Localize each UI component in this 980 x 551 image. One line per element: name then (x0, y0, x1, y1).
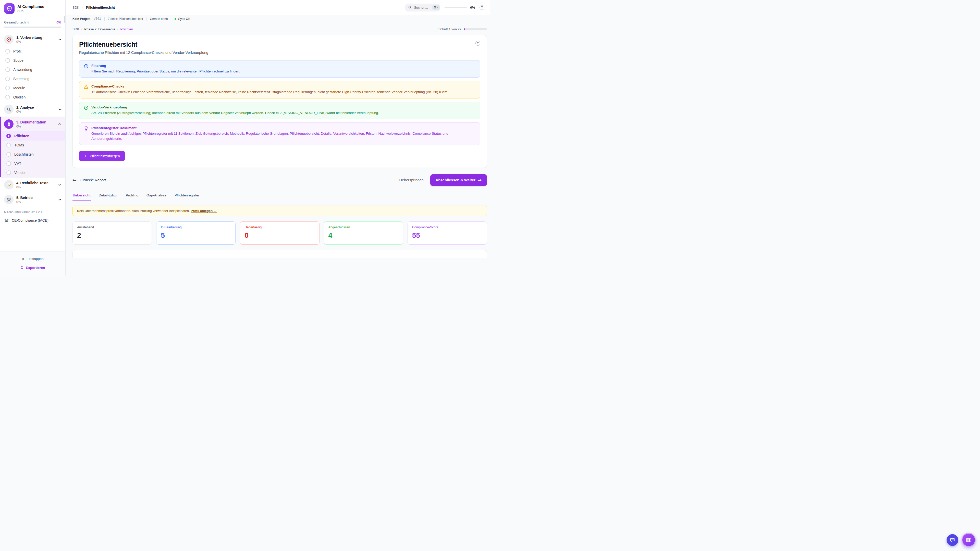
nav-section-dokumentation: 3. Dokumentation 0% Pflichten TOMs Lösch… (0, 117, 65, 177)
tab-gap-analyse[interactable]: Gap-Analyse (146, 193, 167, 201)
sidebar-item-pflichten[interactable]: Pflichten (1, 131, 65, 141)
profile-warning-banner: Kein Unternehmensprofil vorhanden. Auto-… (73, 206, 487, 216)
sidebar-scrollbar[interactable] (64, 16, 65, 23)
search-input[interactable] (414, 6, 430, 10)
export-button[interactable]: ↥ Exportieren (3, 263, 62, 272)
tab-profiling[interactable]: Profiling (126, 193, 138, 201)
success-box-vendor: Vendor-Verknuepfung Art.-28-Pflichten (A… (79, 102, 480, 119)
sidebar-item-vendor[interactable]: Vendor (1, 168, 65, 177)
header-progress-value: 0% (470, 6, 475, 10)
nav-section-header-dokumentation[interactable]: 3. Dokumentation 0% (1, 117, 65, 131)
sidebar-item-quellen[interactable]: Quellen (0, 93, 65, 102)
stats-row: Ausstehend 2 In Bearbeitung 5 Ueberfaell… (73, 221, 487, 245)
radio-icon (5, 58, 10, 63)
magnifier-icon (4, 105, 14, 114)
project-name: Kein Projekt (73, 17, 90, 21)
sidebar-item-scope[interactable]: Scope (0, 56, 65, 65)
app-title: AI Compliance (18, 4, 45, 9)
nav-section-header-rechtliche-texte[interactable]: 4. Rechtliche Texte 0% (0, 178, 65, 192)
arrow-left-icon: ← (73, 177, 76, 183)
overall-progress-label: Gesamtfortschritt (4, 21, 29, 24)
header-breadcrumb-root[interactable]: SDK (73, 6, 80, 10)
lightbulb-icon (84, 126, 89, 131)
app-logo-row: AI Compliance SDK (0, 0, 65, 17)
sidebar-item-anwendung[interactable]: Anwendung (0, 65, 65, 74)
step-progress-bar (464, 28, 487, 30)
overall-progress-value: 0% (56, 21, 61, 24)
pflichten-card: Pflichtenuebersicht ? Regulatorische Pfl… (73, 35, 487, 168)
radio-icon (6, 161, 11, 166)
search-box[interactable]: ⌘K (405, 3, 440, 11)
radio-icon (5, 49, 10, 54)
top-header: SDK › Pflichtenübersicht ⌘K 0% ? (65, 0, 490, 15)
clipboard-icon (4, 119, 14, 129)
breadcrumb-phase[interactable]: Phase 2: Dokumente (84, 27, 115, 31)
back-button[interactable]: ← Zurueck: Report (73, 177, 106, 183)
help-icon[interactable]: ? (479, 5, 484, 10)
nav-section-header-analyse[interactable]: 2. Analyse 0% (0, 102, 65, 117)
search-shortcut-badge: ⌘K (432, 5, 440, 10)
radio-icon (5, 67, 10, 72)
chevron-right-icon: › (82, 5, 83, 10)
chevron-down-icon (58, 107, 62, 111)
card-help-icon[interactable]: ? (476, 41, 480, 46)
plus-icon: + (84, 154, 87, 159)
nav-section-rechtliche-texte: 4. Rechtliche Texte 0% (0, 177, 65, 192)
sidebar-item-module[interactable]: Module (0, 83, 65, 93)
tip-box-pflichtenregister: Pflichtenregister-Dokument Generieren Si… (79, 122, 480, 145)
sidebar: AI Compliance SDK Gesamtfortschritt 0% 1… (0, 0, 65, 275)
sidebar-item-ce-compliance[interactable]: CE-Compliance (IACE) (0, 215, 65, 226)
sidebar-item-vvt[interactable]: VVT (1, 159, 65, 168)
target-icon (4, 35, 14, 44)
sidebar-item-profil[interactable]: Profil (0, 47, 65, 56)
breadcrumb-current: Pflichten (120, 27, 133, 31)
warning-box-compliance-checks: Compliance-Checks 12 automatische Checks… (79, 81, 480, 98)
memo-icon (4, 180, 14, 189)
app-logo (4, 3, 14, 14)
chevron-up-icon (58, 38, 62, 41)
nav-section-header-vorbereitung[interactable]: 1. Vorbereitung 0% (0, 32, 65, 47)
stat-card-ueberfaellig: Ueberfaellig 0 (240, 221, 319, 245)
last-saved-time: Gerade eben (150, 17, 168, 21)
radio-icon (6, 152, 11, 157)
sidebar-item-screening[interactable]: Screening (0, 74, 65, 83)
page-title: Pflichtenuebersicht (79, 41, 137, 48)
status-bar: Kein Projekt V001 Zuletzt: Pflichtenüber… (65, 15, 490, 23)
stat-card-ausstehend: Ausstehend 2 (73, 221, 152, 245)
chevron-down-icon (58, 183, 62, 187)
sidebar-item-loeschfristen[interactable]: Löschfristen (1, 150, 65, 159)
sync-status-dot (175, 18, 177, 20)
nav-section-betrieb: 5. Betrieb 0% (0, 192, 65, 207)
skip-button[interactable]: Ueberspringen (399, 178, 424, 182)
page-breadcrumb: SDK / Phase 2: Dokumente / Pflichten Sch… (73, 27, 487, 31)
last-visited: Zuletzt: Pflichtenübersicht (108, 17, 143, 21)
stat-card-compliance-score: Compliance-Score 55 (407, 221, 487, 245)
nav-section-analyse: 2. Analyse 0% (0, 102, 65, 117)
header-breadcrumb-current: Pflichtenübersicht (86, 6, 115, 10)
overall-progress-bar (4, 27, 61, 28)
radio-icon (5, 95, 10, 100)
radio-icon (5, 76, 10, 81)
step-indicator: Schritt 1 von 22 (438, 27, 461, 31)
info-icon (84, 64, 89, 68)
tab-detail-editor[interactable]: Detail-Editor (99, 193, 118, 201)
main-content: SDK / Phase 2: Dokumente / Pflichten Sch… (65, 23, 490, 275)
sidebar-nav: 1. Vorbereitung 0% Profil Scope Anwendun… (0, 32, 65, 251)
breadcrumb-sdk[interactable]: SDK (73, 27, 80, 31)
gear-icon (4, 195, 14, 204)
version-tag: V001 (94, 17, 101, 21)
nav-section-header-betrieb[interactable]: 5. Betrieb 0% (0, 192, 65, 207)
radio-icon (5, 86, 10, 90)
tab-pflichtenregister[interactable]: Pflichtenregister (174, 193, 200, 201)
collapse-sidebar-button[interactable]: « Einklappen (3, 254, 62, 263)
collapse-icon: « (22, 256, 24, 261)
next-section-card-partial (73, 250, 487, 258)
add-pflicht-button[interactable]: + Pflicht hinzufuegen (79, 151, 125, 161)
sidebar-item-toms[interactable]: TOMs (1, 141, 65, 150)
finish-next-button[interactable]: Abschliessen & Weiter → (430, 174, 487, 186)
create-profile-link[interactable]: Profil anlegen → (191, 209, 217, 213)
stat-card-in-bearbeitung: In Bearbeitung 5 (156, 221, 235, 245)
stat-card-abgeschlossen: Abgeschlossen 4 (324, 221, 403, 245)
radio-selected-icon (6, 134, 11, 138)
tab-uebersicht[interactable]: Uebersicht (73, 193, 91, 201)
